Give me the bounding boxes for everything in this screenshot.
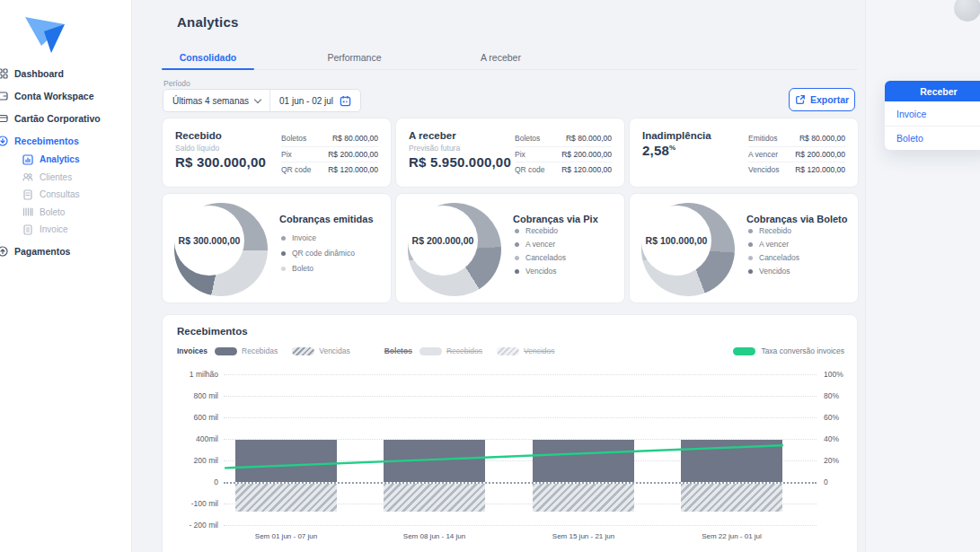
payments-icon [0,246,10,257]
wallet-icon [0,91,10,101]
period-date-range[interactable]: 01 jun - 02 jul [269,90,360,111]
tab-a-receber[interactable]: A receber [455,47,547,69]
export-button-label: Exportar [810,94,849,105]
chart-plot-area [224,374,817,525]
chart-legend-entry-label: Recebidos [446,346,482,355]
receber-item-boleto[interactable]: Boleto [885,126,980,150]
donut-center-value: R$ 300.000,00 [174,206,244,276]
donut-card-1: R$ 300.000,00Cobranças emitidasInvoiceQR… [162,193,392,303]
chevron-down-icon [254,95,261,102]
period-range-value: 01 jun - 02 jul [279,96,333,106]
y-axis-left-label: - 200 mil [168,521,218,530]
sidebar-item-cart-o-corporativo[interactable]: Cartão Corporativo [0,109,131,128]
line-swatch-icon [733,347,755,355]
receive-icon [0,136,8,146]
stat-row-value: R$ 120.000,00 [328,165,378,174]
period-control[interactable]: Últimas 4 semanas 01 jun - 02 jul [163,89,361,112]
tab-bar: ConsolidadoPerformanceA receber [162,47,858,70]
y-axis-left-label: -100 mil [168,499,218,508]
stat-card-rows: BoletosR$ 80.000,00PixR$ 200.000,00QR co… [515,130,612,175]
y-axis-left-label: 0 [168,478,218,486]
stat-row-label: Emitidos [748,134,778,143]
legend-dot-icon [281,236,286,241]
y-axis-right-label: 100% [824,370,843,379]
sidebar-item-dashboard[interactable]: Dashboard [0,64,131,83]
donut-title: Cobranças via Boleto [746,214,847,224]
legend-dot-icon [748,256,753,260]
receber-button[interactable]: Receber [885,81,980,101]
sidebar-item-analytics[interactable]: Analytics [0,151,131,169]
period-preset-dropdown[interactable]: Últimas 4 semanas [163,90,269,111]
export-button[interactable]: Exportar [789,88,855,111]
y-axis-right-label: 40% [824,434,839,443]
x-axis-label: Sem 08 jun - 14 jun [384,532,485,540]
tab-consolidado[interactable]: Consolidado [162,47,254,69]
wallet-icon [0,91,8,101]
legend-dot-icon [748,269,753,274]
donut-legend-item: Invoice [281,233,316,242]
chart-legend-entry-label: Vencidos [524,346,555,355]
stat-card-amount: R$ 5.950.000,00 [409,154,515,170]
donut-legend-item: QR code dinâmico [281,249,355,258]
stat-row: QR codeR$ 120.000,00 [281,162,378,178]
receive-icon [0,136,10,146]
stat-card-left: A receberPrevisão futuraR$ 5.950.000,00 [409,130,515,175]
sidebar-item-invoice[interactable]: Invoice [0,221,131,239]
donut-legend-label: QR code dinâmico [292,249,355,258]
chart-legend-entry-recebidos[interactable]: Recebidos [419,346,482,355]
stat-card-left: Inadimplência2,58% [642,130,748,175]
receber-panel: Receber InvoiceBoleto [885,81,980,150]
donut-legend-label: Cancelados [525,253,566,262]
period-label: Período [163,79,190,88]
chart-legend-entry-vencidos[interactable]: Vencidos [497,346,555,355]
stat-row-label: A vencer [748,150,778,159]
chart-legend-entry-vencidas[interactable]: Vencidas [292,346,350,355]
user-avatar[interactable] [954,0,980,22]
stat-card-rows: BoletosR$ 80.000,00PixR$ 200.000,00QR co… [281,130,378,175]
stat-card-subtitle: Previsão futura [409,144,515,153]
sidebar-item-clientes[interactable]: Clientes [0,169,131,187]
y-axis-left-label: 800 mil [168,391,218,400]
donut-legend-item: Vencidos [748,267,790,276]
tab-performance[interactable]: Performance [308,47,401,69]
stat-card-amount: R$ 300.000,00 [175,154,281,170]
chart-legend-group-boletos[interactable]: Boletos [384,346,412,355]
donut-legend-label: Boleto [292,264,313,273]
donut-legend-item: Boleto [281,264,313,273]
x-axis-label: Sem 15 jun - 21 jun [533,532,634,540]
sidebar-item-boleto[interactable]: Boleto [0,204,131,222]
sidebar-item-recebimentos[interactable]: Recebimentos [0,131,131,151]
hatched-light-swatch-icon [497,347,519,355]
chart-legend-group-invoices[interactable]: Invoices [177,346,207,355]
calendar-icon [340,95,351,107]
donut-title: Cobranças emitidas [279,214,374,224]
sidebar-item-conta-workspace[interactable]: Conta Workspace [0,86,131,106]
donut-legend-item: A vencer [748,240,789,249]
dashboard-icon [0,68,8,79]
dashboard-icon [0,68,10,79]
stat-card-left: RecebidoSaldo líquidoR$ 300.000,00 [175,130,281,175]
x-axis-label: Sem 22 jun - 01 jul [681,532,782,540]
donut-card-2: R$ 200.000,00Cobranças via PixRecebidoA … [395,193,625,303]
clients-icon [22,171,33,182]
stat-card-title: Recebido [175,130,281,141]
stat-row: VencidosR$ 120.000,00 [748,162,845,178]
chart-legend-entry-recebidas[interactable]: Recebidas [215,346,278,355]
stat-row: EmitidosR$ 80.000,00 [748,130,845,146]
chart-legend-line[interactable]: Taxa conversão invoices [733,346,844,355]
stat-row: A vencerR$ 200.000,00 [748,146,845,162]
donut-legend-label: Recebido [759,226,791,235]
donut-legend-item: Recebido [748,226,791,235]
sidebar-item-pagamentos[interactable]: Pagamentos [0,241,131,261]
card-icon [0,113,8,124]
legend-dot-icon [748,242,753,247]
payments-icon [0,246,8,257]
receber-item-invoice[interactable]: Invoice [885,101,980,126]
stat-row-value: R$ 120.000,00 [795,165,845,174]
stat-card-subtitle: Saldo líquido [175,144,281,153]
donut-legend-item: Recebido [515,226,558,235]
card-icon [0,113,10,124]
sidebar-item-consultas[interactable]: Consultas [0,186,131,204]
sidebar-item-label: Clientes [40,172,72,182]
donut-legend-label: Vencidos [525,267,557,276]
